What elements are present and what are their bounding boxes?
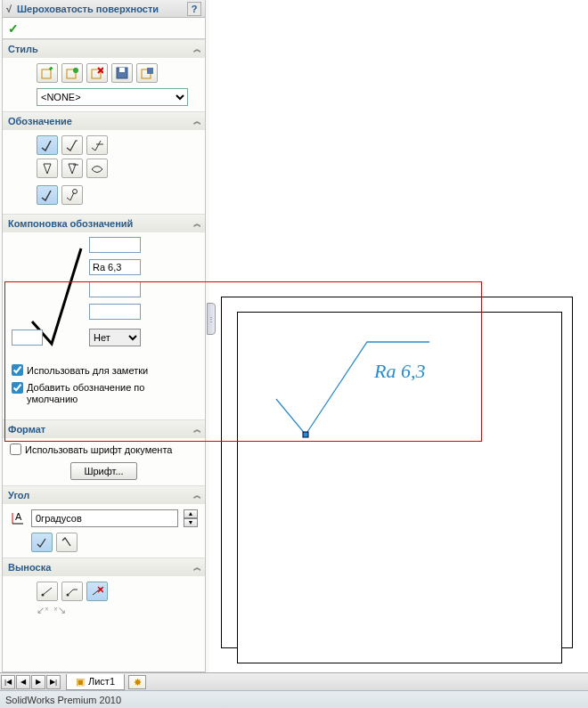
feature-title-bar: √ Шероховатость поверхности ? [3, 0, 205, 18]
symbol-no-machining-line-button[interactable] [61, 159, 83, 178]
svg-line-16 [43, 588, 52, 595]
collapse-icon: ︽ [193, 44, 200, 55]
svg-rect-23 [303, 432, 308, 437]
sheet-tab-active[interactable]: ▣ Лист1 [66, 674, 125, 690]
leader-header[interactable]: Выноска ︽ [3, 558, 205, 576]
tab-nav-next-button[interactable]: ▶ [31, 675, 45, 689]
svg-text:Ra 6,3: Ra 6,3 [373, 360, 425, 382]
angle-header[interactable]: Угол ︽ [3, 486, 205, 504]
status-bar: SolidWorks Premium 2010 [0, 690, 588, 708]
symbol-local-button[interactable] [37, 185, 58, 205]
leader-section: Выноска ︽ ↙ˣ ˣ↘ [3, 557, 205, 622]
style-load-button[interactable] [136, 63, 158, 83]
svg-rect-7 [119, 68, 125, 72]
layout-input-roughness[interactable] [89, 259, 141, 275]
font-button[interactable]: Шрифт... [70, 462, 136, 480]
style-new-button[interactable] [37, 63, 58, 83]
angle-icon: A [10, 510, 26, 526]
angle-rotated-button[interactable] [56, 533, 78, 552]
symbol-circle-button[interactable] [61, 185, 83, 205]
collapse-icon: ︽ [193, 218, 200, 230]
property-manager-pane: √ Шероховатость поверхности ? ✓ Стиль ︽ [2, 0, 206, 672]
layout-input-left[interactable] [12, 330, 43, 346]
layout-section: Компоновка обозначений ︽ Нет Использоват… [3, 214, 205, 419]
layout-input-4[interactable] [89, 304, 141, 320]
collapse-icon: ︽ [193, 490, 200, 501]
feature-title: Шероховатость поверхности [17, 4, 159, 14]
angle-input[interactable] [31, 509, 178, 527]
layout-lay-select[interactable]: Нет [89, 329, 141, 346]
collapse-icon: ︽ [193, 424, 200, 435]
leader-bent-button[interactable] [61, 582, 83, 601]
ok-button[interactable]: ✓ [8, 21, 19, 36]
sheet-tab-label: Лист1 [88, 676, 115, 687]
designation-header[interactable]: Обозначение ︽ [3, 112, 205, 130]
svg-rect-0 [42, 69, 51, 78]
style-select[interactable]: <NONE> [37, 88, 188, 106]
angle-up-button[interactable]: ▲ [184, 509, 198, 518]
svg-point-2 [73, 68, 78, 73]
use-for-note-checkbox[interactable]: Использовать для заметки [12, 364, 148, 376]
surface-finish-icon: √ [6, 4, 12, 14]
symbol-no-machining-button[interactable] [37, 159, 58, 178]
symbol-basic-button[interactable] [37, 135, 58, 155]
svg-rect-9 [147, 68, 153, 74]
angle-normal-button[interactable] [31, 533, 53, 552]
collapse-icon: ︽ [193, 116, 200, 127]
style-delete-button[interactable] [86, 63, 108, 83]
leader-none-button[interactable] [86, 582, 108, 601]
surface-finish-annotation[interactable]: Ra 6,3 [267, 337, 445, 445]
svg-point-17 [42, 594, 45, 597]
svg-text:A: A [15, 511, 22, 522]
style-add-button[interactable] [61, 63, 83, 83]
symbol-machined-line-button[interactable] [86, 135, 108, 155]
help-button[interactable]: ? [187, 2, 201, 16]
symbol-allaround-button[interactable] [86, 159, 108, 178]
format-section: Формат ︽ Использовать шрифт документа Шр… [3, 419, 205, 485]
angle-section: Угол ︽ A ▲ ▼ [3, 485, 205, 557]
style-section: Стиль ︽ <NONE> [3, 39, 205, 111]
layout-header[interactable]: Компоновка обозначений ︽ [3, 215, 205, 232]
angle-spinner[interactable]: ▲ ▼ [184, 509, 198, 527]
use-doc-font-checkbox[interactable]: Использовать шрифт документа [10, 444, 198, 455]
svg-point-12 [73, 190, 78, 194]
add-sheet-button[interactable]: ✸ [128, 675, 146, 689]
collapse-icon: ︽ [193, 562, 200, 574]
pane-expand-handle[interactable]: ⋮ [207, 303, 216, 335]
tab-nav-first-button[interactable]: |◀ [1, 675, 15, 689]
svg-point-18 [67, 594, 69, 597]
leader-straight-button[interactable] [37, 582, 58, 601]
confirm-bar: ✓ [3, 18, 205, 39]
style-header[interactable]: Стиль ︽ [3, 40, 205, 58]
sheet-tabs-bar: |◀ ◀ ▶ ▶| ▣ Лист1 ✸ [0, 672, 588, 690]
layout-input-top[interactable] [89, 237, 141, 253]
add-default-checkbox[interactable]: Добавить обозначение по умолчанию [12, 382, 190, 405]
layout-input-3[interactable] [89, 281, 141, 297]
status-text: SolidWorks Premium 2010 [5, 695, 121, 705]
symbol-machined-button[interactable] [61, 135, 83, 155]
format-header[interactable]: Формат ︽ [3, 420, 205, 438]
tab-nav-last-button[interactable]: ▶| [46, 675, 61, 689]
angle-down-button[interactable]: ▼ [184, 518, 198, 527]
tab-nav-prev-button[interactable]: ◀ [16, 675, 30, 689]
style-save-button[interactable] [111, 63, 133, 83]
sheet-icon: ▣ [76, 676, 85, 688]
leader-axis-icons: ↙ˣ ˣ↘ [37, 605, 198, 616]
designation-section: Обозначение ︽ [3, 111, 205, 214]
